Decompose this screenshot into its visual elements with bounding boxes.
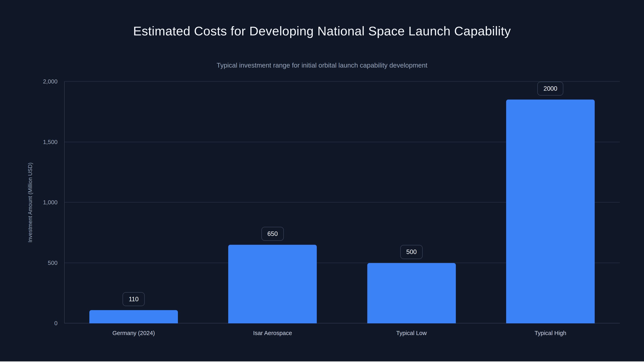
y-tick-label-500: 500 — [48, 259, 58, 266]
category-label-isar-aerospace: Isar Aerospace — [203, 330, 342, 337]
y-tick-label-1500: 1,500 — [43, 139, 58, 145]
bar-group-typical-low: 500 — [342, 82, 481, 323]
value-badge-germany-2024: 110 — [122, 292, 144, 306]
plot-area: 0 500 1,000 1,500 2,000 110 650 500 — [64, 82, 620, 323]
bar-isar-aerospace — [228, 245, 317, 323]
category-label-germany-2024: Germany (2024) — [64, 330, 203, 337]
bar-typical-low — [367, 263, 456, 324]
bar-group-typical-high: 2000 — [481, 82, 620, 323]
bar-typical-high — [506, 99, 595, 323]
bar-group-isar-aerospace: 650 — [203, 82, 342, 323]
chart-subtitle: Typical investment range for initial orb… — [0, 61, 644, 69]
bars-container: 110 650 500 2000 — [64, 82, 620, 323]
value-badge-typical-low: 500 — [400, 245, 423, 259]
bar-group-germany-2024: 110 — [64, 82, 203, 323]
bar-germany-2024 — [89, 310, 178, 323]
y-tick-label-1000: 1,000 — [43, 199, 58, 206]
y-axis-title: Investment Amount (Million USD) — [27, 162, 34, 243]
chart-title: Estimated Costs for Developing National … — [0, 24, 644, 38]
category-label-typical-high: Typical High — [481, 330, 620, 337]
value-badge-isar-aerospace: 650 — [262, 227, 284, 241]
category-label-typical-low: Typical Low — [342, 330, 481, 337]
x-axis-labels: Germany (2024) Isar Aerospace Typical Lo… — [64, 330, 620, 337]
value-badge-typical-high: 2000 — [537, 82, 563, 95]
y-tick-label-2000: 2,000 — [43, 78, 58, 85]
chart-card: Estimated Costs for Developing National … — [0, 0, 644, 362]
y-tick-label-0: 0 — [54, 320, 58, 327]
